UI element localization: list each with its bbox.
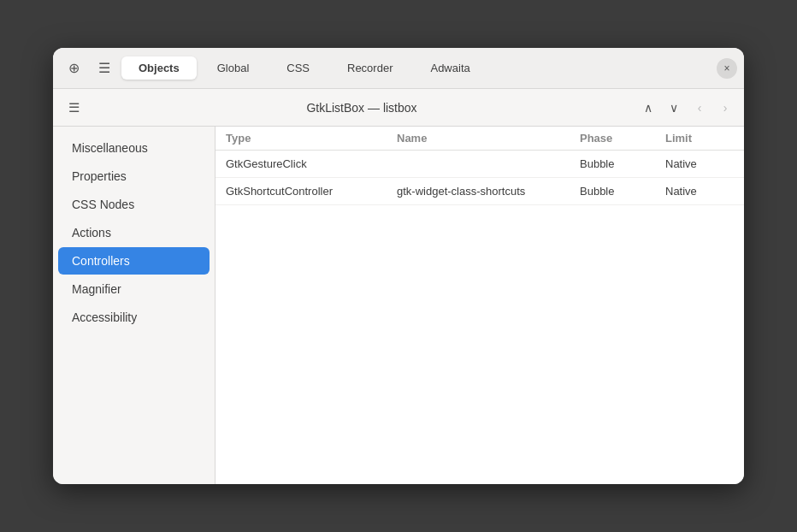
content-area: Miscellaneous Properties CSS Nodes Actio… — [53, 127, 744, 484]
list-icon[interactable]: ☰ — [91, 55, 118, 82]
sidebar-item-magnifier[interactable]: Magnifier — [58, 275, 210, 303]
titlebar: ⊕ ☰ Objects Global CSS Recorder Adwaita … — [53, 48, 744, 89]
nav-prev-button[interactable]: ‹ — [688, 96, 711, 120]
tab-global[interactable]: Global — [200, 56, 267, 80]
nav-down-button[interactable]: ∨ — [662, 96, 686, 120]
window-title: GtkListBox — listbox — [91, 101, 633, 115]
table-row[interactable]: GtkShortcutController gtk-widget-class-s… — [215, 178, 744, 205]
tab-css[interactable]: CSS — [269, 56, 327, 80]
nav-buttons: ∧ ∨ ‹ › — [636, 96, 737, 120]
menu-button[interactable]: ☰ — [60, 94, 87, 121]
row2-type: GtkShortcutController — [226, 185, 397, 198]
table-header: Type Name Phase Limit — [215, 127, 744, 151]
row1-limit: Native — [665, 157, 734, 170]
col-phase: Phase — [580, 132, 665, 145]
col-type: Type — [226, 132, 397, 145]
crosshair-icon[interactable]: ⊕ — [60, 55, 87, 82]
row1-type: GtkGestureClick — [226, 157, 397, 170]
nav-next-button[interactable]: › — [713, 96, 737, 120]
col-name: Name — [397, 132, 580, 145]
tab-adwaita[interactable]: Adwaita — [413, 56, 487, 80]
sidebar-item-miscellaneous[interactable]: Miscellaneous — [58, 134, 210, 162]
tab-objects[interactable]: Objects — [121, 56, 197, 80]
row1-name — [397, 157, 580, 170]
sidebar-item-css-nodes[interactable]: CSS Nodes — [58, 191, 210, 218]
sidebar: Miscellaneous Properties CSS Nodes Actio… — [53, 127, 215, 484]
tab-recorder[interactable]: Recorder — [330, 56, 410, 80]
close-button[interactable]: × — [717, 58, 737, 79]
toolbar: ☰ GtkListBox — listbox ∧ ∨ ‹ › — [53, 89, 744, 127]
sidebar-item-actions[interactable]: Actions — [58, 219, 210, 246]
main-panel: Type Name Phase Limit GtkGestureClick Bu… — [215, 127, 744, 484]
row2-name: gtk-widget-class-shortcuts — [397, 185, 580, 198]
table-row[interactable]: GtkGestureClick Bubble Native — [215, 151, 744, 178]
row1-phase: Bubble — [580, 157, 665, 170]
menu-icon: ☰ — [68, 100, 80, 115]
row2-phase: Bubble — [580, 185, 665, 198]
col-limit: Limit — [665, 132, 734, 145]
main-window: ⊕ ☰ Objects Global CSS Recorder Adwaita … — [53, 48, 744, 484]
nav-up-button[interactable]: ∧ — [636, 96, 660, 120]
sidebar-item-controllers[interactable]: Controllers — [58, 247, 210, 275]
sidebar-item-accessibility[interactable]: Accessibility — [58, 304, 210, 331]
sidebar-item-properties[interactable]: Properties — [58, 163, 210, 190]
row2-limit: Native — [665, 185, 734, 198]
